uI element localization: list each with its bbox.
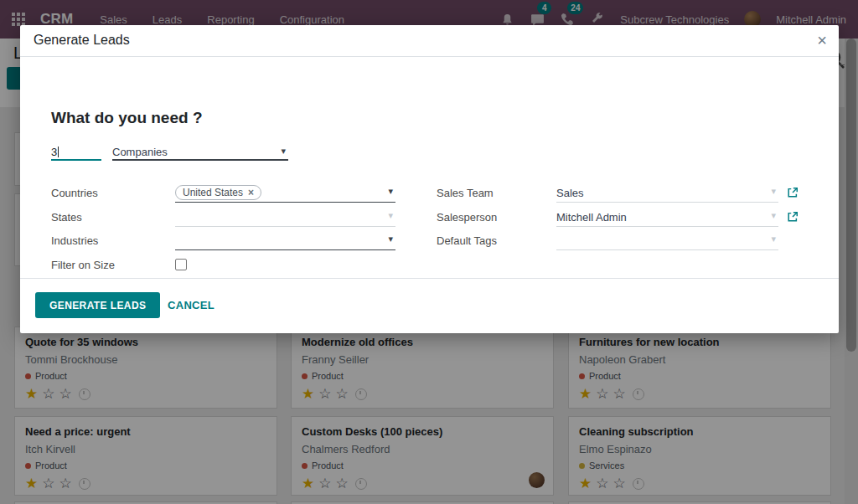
default-tags-row: Default Tags ▾ <box>437 232 814 250</box>
external-link-icon[interactable] <box>787 211 799 223</box>
industries-field[interactable]: ▾ <box>175 232 395 250</box>
sales-team-value: Sales <box>556 187 584 199</box>
sales-team-label: Sales Team <box>437 187 494 199</box>
salesperson-row: Salesperson Mitchell Admin ▾ <box>437 208 814 227</box>
salesperson-value: Mitchell Admin <box>556 211 627 224</box>
external-link-icon[interactable] <box>787 187 799 198</box>
tag-remove-icon[interactable]: × <box>248 187 254 198</box>
lead-count-input[interactable]: 3 <box>51 144 101 161</box>
cancel-button[interactable]: CANCEL <box>156 292 226 318</box>
target-type-value: Companies <box>112 146 168 158</box>
generate-leads-button[interactable]: GENERATE LEADS <box>35 292 160 318</box>
text-cursor <box>58 147 59 157</box>
chevron-down-icon[interactable]: ▾ <box>771 210 776 221</box>
industries-label: Industries <box>51 234 175 247</box>
chevron-down-icon[interactable]: ▾ <box>388 234 393 244</box>
default-tags-field[interactable]: ▾ <box>556 232 778 250</box>
filter-on-size-checkbox[interactable] <box>175 259 187 270</box>
screen: CRM Sales Leads Reporting Configuration … <box>0 0 858 504</box>
country-tag: United States × <box>175 185 261 200</box>
chevron-down-icon[interactable]: ▾ <box>388 186 393 197</box>
salesperson-field[interactable]: Mitchell Admin ▾ <box>556 208 778 227</box>
sales-team-field[interactable]: Sales ▾ <box>556 184 778 203</box>
target-type-select[interactable]: Companies ▾ <box>112 144 288 161</box>
salesperson-label: Salesperson <box>437 211 497 224</box>
states-label: States <box>51 211 175 224</box>
chevron-down-icon[interactable]: ▾ <box>388 210 393 221</box>
states-row: States ▾ <box>51 208 426 227</box>
industries-row: Industries ▾ <box>51 232 426 250</box>
sales-team-row: Sales Team Sales ▾ <box>437 184 814 203</box>
default-tags-label: Default Tags <box>437 234 497 247</box>
countries-label: Countries <box>51 187 175 199</box>
count-row: 3 Companies ▾ <box>51 144 288 161</box>
filter-on-size-label: Filter on Size <box>51 259 175 271</box>
modal-header: Generate Leads × <box>20 25 839 57</box>
filter-on-size-row: Filter on Size <box>51 256 426 275</box>
countries-row: Countries United States × ▾ <box>51 184 426 203</box>
countries-field[interactable]: United States × ▾ <box>175 184 395 203</box>
country-tag-label: United States <box>183 187 243 198</box>
modal-title: Generate Leads <box>34 33 130 48</box>
close-icon[interactable]: × <box>817 28 827 52</box>
wizard-heading: What do you need ? <box>51 109 203 127</box>
lead-count-value: 3 <box>51 146 57 158</box>
states-field[interactable]: ▾ <box>175 208 395 227</box>
chevron-down-icon[interactable]: ▾ <box>771 186 776 197</box>
generate-leads-modal: Generate Leads × What do you need ? 3 Co… <box>20 25 839 333</box>
modal-footer: GENERATE LEADS CANCEL <box>20 278 839 333</box>
chevron-down-icon[interactable]: ▾ <box>771 234 776 244</box>
chevron-down-icon: ▾ <box>281 146 286 157</box>
modal-body: What do you need ? 3 Companies ▾ Countri… <box>20 57 839 276</box>
